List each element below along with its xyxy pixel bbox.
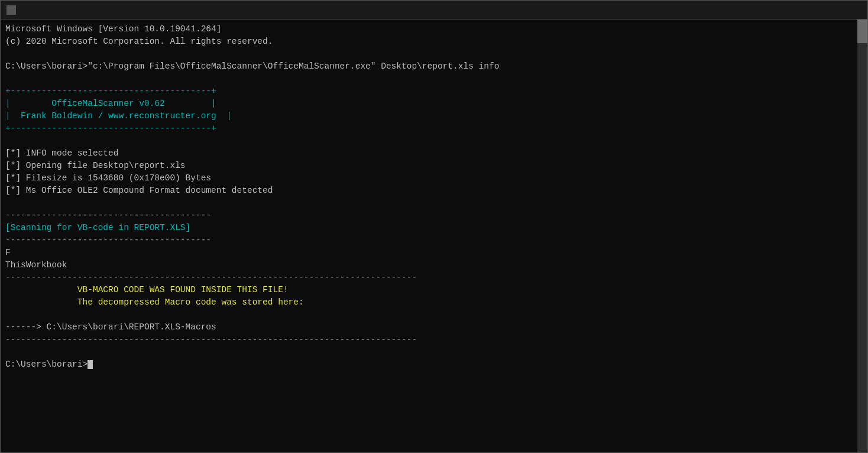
terminal-line [5, 48, 851, 60]
terminal-line: ----------------------------------------… [5, 334, 851, 346]
terminal-line: F [5, 247, 851, 259]
scrollbar-thumb[interactable] [857, 20, 867, 43]
terminal-line [5, 197, 851, 209]
terminal-line: C:\Users\borari> [5, 358, 851, 371]
terminal-line: The decompressed Macro code was stored h… [5, 296, 851, 309]
terminal-line: C:\Users\borari>"c:\Program Files\Office… [5, 60, 851, 73]
terminal-line: Microsoft Windows [Version 10.0.19041.26… [5, 23, 851, 35]
terminal-line [5, 135, 851, 147]
terminal-line: +---------------------------------------… [5, 85, 851, 98]
cmd-icon [7, 5, 16, 15]
window-controls [778, 1, 861, 20]
terminal-line: ---------------------------------------- [5, 234, 851, 247]
terminal-line: ----------------------------------------… [5, 271, 851, 284]
terminal-line: [Scanning for VB-code in REPORT.XLS] [5, 222, 851, 234]
terminal-line [5, 346, 851, 358]
titlebar [1, 1, 867, 20]
terminal-line: [*] Opening file Desktop\report.xls [5, 160, 851, 172]
minimize-button[interactable] [778, 1, 805, 20]
terminal-line: [*] Filesize is 1543680 (0x178e00) Bytes [5, 172, 851, 185]
terminal-body[interactable]: Microsoft Windows [Version 10.0.19041.26… [1, 20, 867, 452]
terminal-line: ---------------------------------------- [5, 209, 851, 222]
maximize-button[interactable] [806, 1, 833, 20]
terminal-line: ThisWorkbook [5, 259, 851, 271]
terminal-line: (c) 2020 Microsoft Corporation. All righ… [5, 35, 851, 48]
cmd-window: Microsoft Windows [Version 10.0.19041.26… [0, 0, 868, 453]
scrollbar-track[interactable] [857, 20, 867, 452]
terminal-line: | Frank Boldewin / www.reconstructer.org… [5, 110, 851, 122]
close-button[interactable] [834, 1, 861, 20]
terminal-line: [*] Ms Office OLE2 Compound Format docum… [5, 185, 851, 197]
terminal-line [5, 309, 851, 321]
terminal-content: Microsoft Windows [Version 10.0.19041.26… [5, 23, 863, 371]
terminal-line: +---------------------------------------… [5, 122, 851, 135]
terminal-line [5, 73, 851, 85]
terminal-line: ------> C:\Users\borari\REPORT.XLS-Macro… [5, 321, 851, 334]
terminal-line: [*] INFO mode selected [5, 147, 851, 160]
terminal-line: | OfficeMalScanner v0.62 | [5, 98, 851, 110]
terminal-line: VB-MACRO CODE WAS FOUND INSIDE THIS FILE… [5, 284, 851, 296]
terminal-cursor [88, 360, 93, 369]
